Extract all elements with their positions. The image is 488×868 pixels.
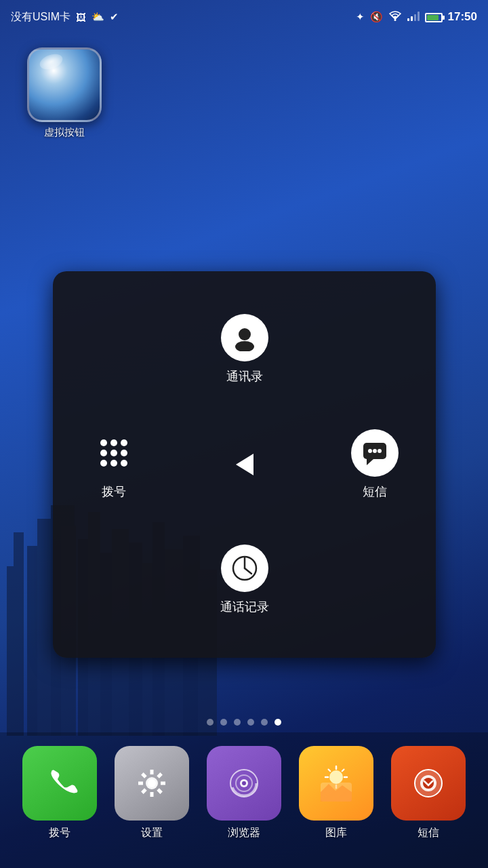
dock-phone-icon: [22, 746, 97, 821]
calllog-item[interactable]: 通话记录: [211, 545, 279, 615]
time-label: 17:50: [448, 10, 477, 24]
dock-settings-icon: [115, 746, 189, 821]
svg-line-42: [342, 770, 344, 772]
virtual-btn-icon: [27, 47, 102, 122]
dialpad-icon: [100, 439, 127, 467]
dock-sms[interactable]: 短信: [391, 746, 466, 840]
dock-browser-label: 浏览器: [228, 826, 260, 840]
popup-row-middle: 拨号 短信: [66, 429, 422, 500]
svg-point-29: [148, 779, 156, 787]
check-icon: ✔: [110, 11, 119, 23]
svg-line-27: [245, 568, 251, 574]
dot-3[interactable]: [247, 719, 254, 726]
dock-gallery-icon: [299, 746, 373, 821]
virtual-btn-label: 虚拟按钮: [44, 126, 85, 139]
back-arrow[interactable]: [228, 448, 262, 481]
status-bar: 没有USIM卡 🖼 ⛅ ✔ ✦ 🔇: [0, 0, 488, 34]
svg-point-22: [368, 449, 372, 453]
svg-point-45: [423, 778, 434, 789]
dock-gallery[interactable]: 图库: [299, 746, 373, 840]
svg-point-23: [373, 449, 377, 453]
contacts-item[interactable]: 通讯录: [211, 314, 279, 384]
desktop-icons: 虚拟按钮: [27, 47, 102, 139]
dot-4[interactable]: [261, 719, 268, 726]
dot-2[interactable]: [234, 719, 241, 726]
svg-rect-3: [37, 519, 51, 736]
dock-settings[interactable]: 设置: [115, 746, 189, 840]
popup-row-bottom: 通话记录: [66, 545, 422, 615]
image-icon: 🖼: [76, 12, 86, 23]
status-right: ✦ 🔇 17:50: [356, 10, 477, 24]
dock-sms-icon: [391, 746, 466, 821]
contacts-label: 通讯录: [226, 368, 263, 384]
status-left: 没有USIM卡 🖼 ⛅ ✔: [11, 10, 119, 24]
dock-gallery-label: 图库: [325, 826, 347, 840]
dock-browser[interactable]: 浏览器: [207, 746, 281, 840]
dot-5-active[interactable]: [274, 719, 281, 726]
virtual-btn-app[interactable]: 虚拟按钮: [27, 47, 102, 139]
svg-rect-1: [14, 532, 24, 736]
messages-item[interactable]: 短信: [341, 429, 409, 500]
cloud-icon: ⛅: [92, 11, 104, 23]
dialpad-item[interactable]: 拨号: [80, 429, 148, 500]
dock-phone-label: 拨号: [49, 826, 70, 840]
signal-icon: [407, 10, 420, 24]
carrier-label: 没有USIM卡: [11, 10, 70, 24]
popup-row-top: 通讯录: [66, 314, 422, 384]
popup-menu: 通讯录 拨号: [53, 271, 436, 658]
svg-point-24: [378, 449, 382, 453]
svg-line-41: [329, 770, 331, 772]
svg-point-17: [394, 19, 396, 21]
contacts-icon: [221, 314, 268, 361]
svg-point-33: [242, 781, 246, 785]
battery-container: [425, 11, 443, 23]
bluetooth-icon: ✦: [356, 11, 365, 23]
dock-settings-label: 设置: [141, 826, 163, 840]
dock-sms-label: 短信: [418, 826, 439, 840]
messages-label: 短信: [363, 484, 387, 500]
mute-icon: 🔇: [370, 11, 383, 23]
dot-0[interactable]: [207, 719, 214, 726]
svg-point-36: [329, 770, 343, 784]
wifi-icon: [388, 11, 402, 24]
page-dots: [207, 719, 281, 726]
bottom-label: tE: [0, 857, 9, 868]
svg-marker-21: [367, 459, 373, 465]
svg-point-18: [239, 328, 251, 340]
dock-phone[interactable]: 拨号: [22, 746, 97, 840]
dot-1[interactable]: [220, 719, 227, 726]
svg-point-19: [235, 341, 254, 351]
calllog-icon: [221, 545, 268, 592]
bottom-dock: 拨号 设置: [0, 732, 488, 868]
calllog-label: 通话记录: [220, 599, 269, 615]
dock-browser-icon: [207, 746, 281, 821]
dialpad-label: 拨号: [102, 484, 126, 500]
messages-icon: [351, 429, 399, 477]
